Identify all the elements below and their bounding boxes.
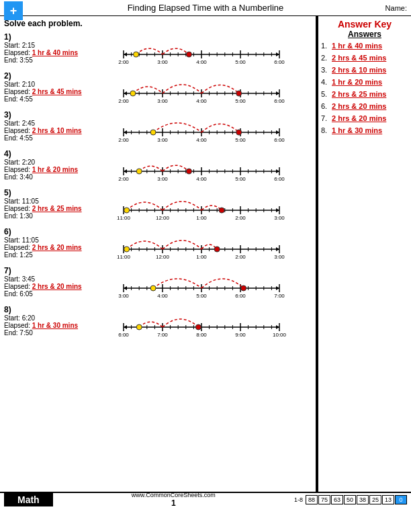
problem-num: 7) xyxy=(4,266,11,275)
problem-start: Start: 2:15 xyxy=(4,42,91,49)
problem-num: 2) xyxy=(4,71,11,81)
svg-text:3:00: 3:00 xyxy=(157,137,168,143)
answer-item: 2. 2 hrs & 45 mins xyxy=(321,54,408,62)
svg-text:5:00: 5:00 xyxy=(235,98,246,104)
footer-url: www.CommonCoreSheets.com 1 xyxy=(53,492,294,508)
svg-text:11:00: 11:00 xyxy=(117,254,131,260)
svg-text:5:00: 5:00 xyxy=(235,137,246,143)
problem-end: End: 6:05 xyxy=(4,290,91,298)
svg-text:2:00: 2:00 xyxy=(118,98,129,104)
numberline-container: 6:007:008:009:0010:00 xyxy=(91,303,312,338)
elapsed-answer: 2 hrs & 20 mins xyxy=(32,283,82,290)
svg-point-153 xyxy=(124,208,130,213)
problem-row: 8) Start: 6:20 Elapsed: 1 hr & 30 mins E… xyxy=(4,302,312,339)
numberline-svg: 3:004:005:006:007:00 xyxy=(91,264,312,299)
svg-text:1:00: 1:00 xyxy=(196,254,207,260)
svg-text:5:00: 5:00 xyxy=(235,59,246,65)
page-title: Finding Elapsed Time with a Numberline xyxy=(128,3,284,13)
svg-point-122 xyxy=(136,169,142,174)
problem-end: End: 3:55 xyxy=(4,56,91,64)
main-container: Solve each problem. 1) Start: 2:15 Elaps… xyxy=(0,16,411,492)
problem-elapsed: Elapsed: 2 hrs & 25 mins xyxy=(4,205,91,212)
problem-num: 4) xyxy=(4,149,11,159)
problem-start: Start: 11:05 xyxy=(4,197,91,205)
page-header: + Finding Elapsed Time with a Numberline… xyxy=(0,0,411,16)
svg-text:3:00: 3:00 xyxy=(274,254,285,260)
elapsed-answer: 1 hr & 20 mins xyxy=(32,166,78,173)
problem-elapsed: Elapsed: 2 hrs & 20 mins xyxy=(4,283,91,290)
answer-value: 1 hr & 20 mins xyxy=(332,78,382,86)
problem-start: Start: 3:45 xyxy=(4,275,91,283)
answer-value: 2 hrs & 45 mins xyxy=(332,54,386,62)
answer-item: 5. 2 hrs & 25 mins xyxy=(321,90,408,98)
logo-symbol: + xyxy=(10,5,17,17)
svg-text:10:00: 10:00 xyxy=(273,332,287,338)
svg-text:5:00: 5:00 xyxy=(235,176,246,182)
numberline-svg: 2:003:004:005:006:00 xyxy=(91,69,312,104)
svg-text:8:00: 8:00 xyxy=(196,332,207,338)
score-box: 63 xyxy=(331,495,343,504)
problem-elapsed: Elapsed: 2 hrs & 45 mins xyxy=(4,88,91,95)
svg-text:9:00: 9:00 xyxy=(235,332,246,338)
problem-elapsed: Elapsed: 1 hr & 30 mins xyxy=(4,322,91,329)
svg-text:6:00: 6:00 xyxy=(274,59,285,65)
svg-text:1:00: 1:00 xyxy=(196,215,207,221)
elapsed-answer: 2 hrs & 25 mins xyxy=(32,205,82,212)
answer-number: 3. xyxy=(321,66,332,74)
svg-text:6:00: 6:00 xyxy=(274,98,285,104)
answer-number: 4. xyxy=(321,78,332,86)
answer-item: 4. 1 hr & 20 mins xyxy=(321,78,408,86)
problem-start: Start: 6:20 xyxy=(4,314,91,322)
problem-start: Start: 2:20 xyxy=(4,159,91,166)
answers-label: Answers xyxy=(321,30,408,39)
svg-text:7:00: 7:00 xyxy=(274,293,285,299)
problem-end: End: 1:30 xyxy=(4,212,91,220)
problem-info: 3) Start: 2:45 Elapsed: 2 hrs & 10 mins … xyxy=(4,110,91,142)
logo: + xyxy=(4,1,23,20)
answer-item: 1. 1 hr & 40 mins xyxy=(321,42,408,50)
problem-num: 5) xyxy=(4,188,11,197)
answer-number: 6. xyxy=(321,102,332,110)
score-box: 25 xyxy=(369,495,381,504)
problem-info: 7) Start: 3:45 Elapsed: 2 hrs & 20 mins … xyxy=(4,266,91,298)
problem-num: 8) xyxy=(4,305,11,314)
answer-value: 2 hrs & 25 mins xyxy=(332,90,386,98)
numberline-svg: 11:0012:001:002:003:00 xyxy=(91,225,312,260)
numberline-container: 11:0012:001:002:003:00 xyxy=(91,225,312,260)
problem-info: 5) Start: 11:05 Elapsed: 2 hrs & 25 mins… xyxy=(4,188,91,220)
svg-text:2:00: 2:00 xyxy=(118,176,129,182)
svg-text:2:00: 2:00 xyxy=(235,215,246,221)
svg-text:4:00: 4:00 xyxy=(196,98,207,104)
svg-text:12:00: 12:00 xyxy=(156,215,170,221)
numberline-container: 2:003:004:005:006:00 xyxy=(91,108,312,143)
svg-point-215 xyxy=(150,285,156,291)
score-box: 75 xyxy=(318,495,330,504)
answer-number: 1. xyxy=(321,42,332,50)
svg-point-216 xyxy=(241,285,246,291)
elapsed-answer: 2 hrs & 10 mins xyxy=(32,127,82,134)
problem-end: End: 1:25 xyxy=(4,251,91,259)
svg-point-185 xyxy=(214,247,220,252)
problem-end: End: 7:50 xyxy=(4,329,91,337)
problem-elapsed: Elapsed: 2 hrs & 10 mins xyxy=(4,127,91,134)
answers-list: 1. 1 hr & 40 mins 2. 2 hrs & 45 mins 3. … xyxy=(321,42,408,134)
svg-text:3:00: 3:00 xyxy=(157,176,168,182)
problem-start: Start: 2:45 xyxy=(4,120,91,127)
svg-point-60 xyxy=(130,91,136,96)
svg-text:3:00: 3:00 xyxy=(157,98,168,104)
score-boxes: 887563503825130 xyxy=(306,495,407,504)
problem-end: End: 4:55 xyxy=(4,95,91,103)
problem-row: 2) Start: 2:10 Elapsed: 2 hrs & 45 mins … xyxy=(4,69,312,105)
svg-point-29 xyxy=(134,52,139,57)
score-box: 38 xyxy=(357,495,369,504)
svg-text:3:00: 3:00 xyxy=(274,215,285,221)
answer-item: 6. 2 hrs & 20 mins xyxy=(321,102,408,110)
problem-row: 6) Start: 11:05 Elapsed: 2 hrs & 20 mins… xyxy=(4,224,312,261)
numberline-container: 11:0012:001:002:003:00 xyxy=(91,186,312,221)
svg-text:6:00: 6:00 xyxy=(118,332,129,338)
elapsed-answer: 2 hrs & 20 mins xyxy=(32,244,82,251)
problem-row: 1) Start: 2:15 Elapsed: 1 hr & 40 mins E… xyxy=(4,30,312,66)
svg-text:12:00: 12:00 xyxy=(156,254,170,260)
problem-end: End: 4:55 xyxy=(4,134,91,142)
elapsed-answer: 2 hrs & 45 mins xyxy=(32,88,82,95)
